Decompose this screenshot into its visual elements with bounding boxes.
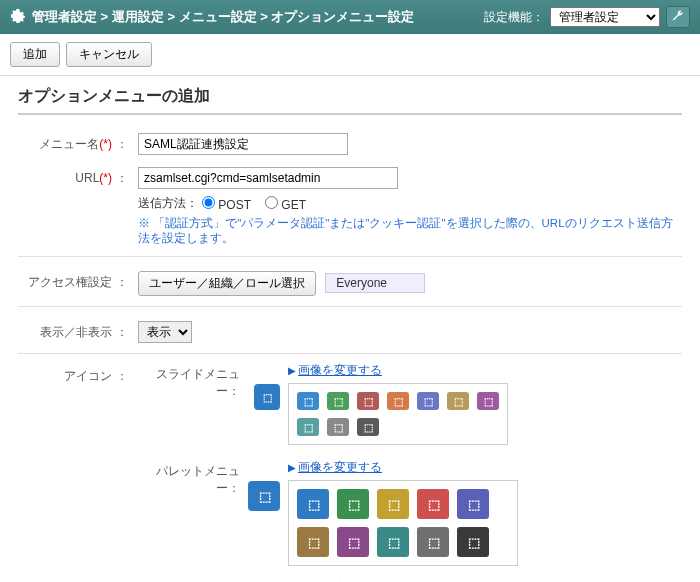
icon-option[interactable]: ⬚ <box>327 418 349 436</box>
slide-preview-icon: ⬚ <box>254 384 280 410</box>
icon-option[interactable]: ⬚ <box>337 489 369 519</box>
gear-icon <box>10 8 26 27</box>
func-label: 設定機能： <box>484 9 544 26</box>
icon-option[interactable]: ⬚ <box>337 527 369 557</box>
icon-option[interactable]: ⬚ <box>377 527 409 557</box>
slide-icon-grid: ⬚⬚⬚⬚⬚⬚⬚⬚⬚⬚ <box>288 383 508 445</box>
icon-option[interactable]: ⬚ <box>417 392 439 410</box>
breadcrumb-text: 管理者設定 > 運用設定 > メニュー設定 > オプションメニュー設定 <box>32 8 414 26</box>
icon-option[interactable]: ⬚ <box>297 527 329 557</box>
visibility-select[interactable]: 表示 <box>138 321 192 343</box>
icon-option[interactable]: ⬚ <box>457 527 489 557</box>
icon-option[interactable]: ⬚ <box>357 418 379 436</box>
palette-change-link[interactable]: 画像を変更する <box>298 460 382 474</box>
icon-group-palette: パレットメニュー： ⬚ ▶画像を変更する ⬚⬚⬚⬚⬚⬚⬚⬚⬚⬚ <box>138 459 682 566</box>
palette-icon-grid: ⬚⬚⬚⬚⬚⬚⬚⬚⬚⬚ <box>288 480 518 566</box>
icon-option[interactable]: ⬚ <box>357 392 379 410</box>
icon-option[interactable]: ⬚ <box>417 527 449 557</box>
row-icon: アイコン： スライドメニュー： ⬚ ▶画像を変更する ⬚⬚⬚⬚⬚⬚⬚⬚⬚⬚ パレ… <box>18 362 682 582</box>
page-title: オプションメニューの追加 <box>18 86 682 115</box>
icon-option[interactable]: ⬚ <box>377 489 409 519</box>
toolbar: 追加 キャンセル <box>0 34 700 76</box>
url-hint: ※ 「認証方式」で"パラメータ認証"または"クッキー認証"を選択した際の、URL… <box>138 216 682 246</box>
content: オプションメニューの追加 メニュー名(*)： URL(*)： 送信方法： POS… <box>0 76 700 582</box>
header-right: 設定機能： 管理者設定 <box>484 6 690 28</box>
triangle-icon: ▶ <box>288 365 296 376</box>
icon-option[interactable]: ⬚ <box>417 489 449 519</box>
method-label: 送信方法： <box>138 195 198 212</box>
icon-group-slide: スライドメニュー： ⬚ ▶画像を変更する ⬚⬚⬚⬚⬚⬚⬚⬚⬚⬚ <box>138 362 682 445</box>
radio-post[interactable] <box>202 196 215 209</box>
icon-option[interactable]: ⬚ <box>327 392 349 410</box>
wrench-button[interactable] <box>666 6 690 28</box>
cancel-button[interactable]: キャンセル <box>66 42 152 67</box>
func-select[interactable]: 管理者設定 <box>550 7 660 27</box>
header-bar: 管理者設定 > 運用設定 > メニュー設定 > オプションメニュー設定 設定機能… <box>0 0 700 34</box>
triangle-icon: ▶ <box>288 462 296 473</box>
icon-option[interactable]: ⬚ <box>297 489 329 519</box>
icon-option[interactable]: ⬚ <box>387 392 409 410</box>
icon-option[interactable]: ⬚ <box>297 418 319 436</box>
radio-get[interactable] <box>265 196 278 209</box>
url-input[interactable] <box>138 167 398 189</box>
icon-option[interactable]: ⬚ <box>297 392 319 410</box>
wrench-icon <box>671 9 685 26</box>
access-select-button[interactable]: ユーザー／組織／ロール選択 <box>138 271 316 296</box>
menu-name-input[interactable] <box>138 133 348 155</box>
access-value: Everyone <box>325 273 425 293</box>
icon-option[interactable]: ⬚ <box>447 392 469 410</box>
slide-change-link[interactable]: 画像を変更する <box>298 363 382 377</box>
row-menu-name: メニュー名(*)： <box>18 127 682 161</box>
add-button[interactable]: 追加 <box>10 42 60 67</box>
icon-option[interactable]: ⬚ <box>457 489 489 519</box>
row-visibility: 表示／非表示： 表示 <box>18 315 682 349</box>
palette-preview-icon: ⬚ <box>248 481 280 511</box>
row-access: アクセス権設定： ユーザー／組織／ロール選択 Everyone <box>18 265 682 302</box>
breadcrumb: 管理者設定 > 運用設定 > メニュー設定 > オプションメニュー設定 <box>10 8 414 27</box>
send-method-row: 送信方法： POST GET <box>138 195 682 212</box>
row-url: URL(*)： 送信方法： POST GET ※ 「認証方式」で"パラメータ認証… <box>18 161 682 252</box>
icon-option[interactable]: ⬚ <box>477 392 499 410</box>
